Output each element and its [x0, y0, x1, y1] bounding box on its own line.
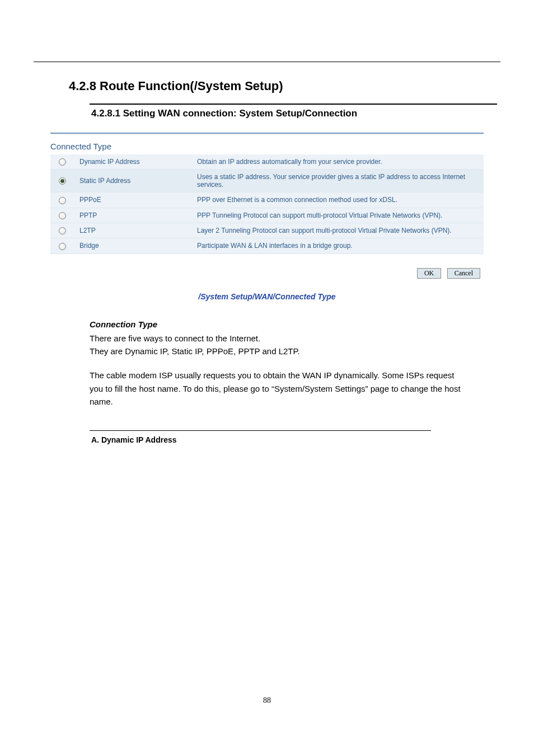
radio-pptp[interactable]	[59, 212, 66, 219]
table-row[interactable]: Static IP Address Uses a static IP addre…	[50, 170, 484, 192]
figure-caption: /System Setup/WAN/Connected Type	[34, 292, 500, 301]
option-desc: Obtain an IP address automatically from …	[191, 154, 484, 170]
sub-heading-rule	[90, 104, 497, 105]
connection-type-subhead: Connection Type	[90, 318, 467, 331]
body-text: Connection Type There are five ways to c…	[90, 318, 467, 408]
option-desc: Layer 2 Tunneling Protocol can support m…	[191, 223, 484, 238]
sub-heading-a: A. Dynamic IP Address	[91, 435, 500, 444]
connection-type-table: Dynamic IP Address Obtain an IP address …	[50, 154, 484, 254]
table-row[interactable]: Dynamic IP Address Obtain an IP address …	[50, 154, 484, 170]
option-name: Static IP Address	[74, 170, 191, 192]
table-row[interactable]: PPTP PPP Tunneling Protocol can support …	[50, 208, 484, 223]
option-desc: PPP over Ethernet is a common connection…	[191, 192, 484, 208]
table-row[interactable]: PPPoE PPP over Ethernet is a common conn…	[50, 192, 484, 208]
connected-type-panel: Connected Type Dynamic IP Address Obtain…	[50, 133, 484, 279]
option-name: Dynamic IP Address	[74, 154, 191, 170]
body-paragraph-2: The cable modem ISP usually requests you…	[90, 369, 467, 408]
option-name: PPPoE	[74, 192, 191, 208]
ok-button[interactable]: OK	[417, 268, 441, 279]
table-row[interactable]: L2TP Layer 2 Tunneling Protocol can supp…	[50, 223, 484, 238]
page-number: 88	[34, 696, 500, 705]
radio-static-ip[interactable]	[59, 177, 66, 185]
option-desc: PPP Tunneling Protocol can support multi…	[191, 208, 484, 223]
top-rule	[34, 62, 500, 62]
table-row[interactable]: Bridge Participate WAN & LAN interfaces …	[50, 238, 484, 253]
option-name: Bridge	[74, 238, 191, 253]
heading-4-2-8: 4.2.8 Route Function(/System Setup)	[69, 79, 500, 93]
panel-title: Connected Type	[50, 138, 484, 154]
panel-title-rule	[50, 133, 484, 134]
radio-bridge[interactable]	[59, 243, 66, 250]
option-desc: Uses a static IP address. Your service p…	[191, 170, 484, 192]
radio-pppoe[interactable]	[59, 197, 66, 204]
body-line-1: There are five ways to connect to the In…	[90, 334, 260, 343]
heading-4-2-8-1: 4.2.8.1 Setting WAN connection: System S…	[91, 108, 500, 119]
radio-dynamic-ip[interactable]	[59, 158, 66, 166]
cancel-button[interactable]: Cancel	[447, 268, 480, 279]
radio-l2tp[interactable]	[59, 227, 66, 234]
sub-heading-a-rule	[90, 430, 431, 431]
option-desc: Participate WAN & LAN interfaces in a br…	[191, 238, 484, 253]
option-name: L2TP	[74, 223, 191, 238]
option-name: PPTP	[74, 208, 191, 223]
body-line-2: They are Dynamic IP, Static IP, PPPoE, P…	[90, 346, 300, 356]
